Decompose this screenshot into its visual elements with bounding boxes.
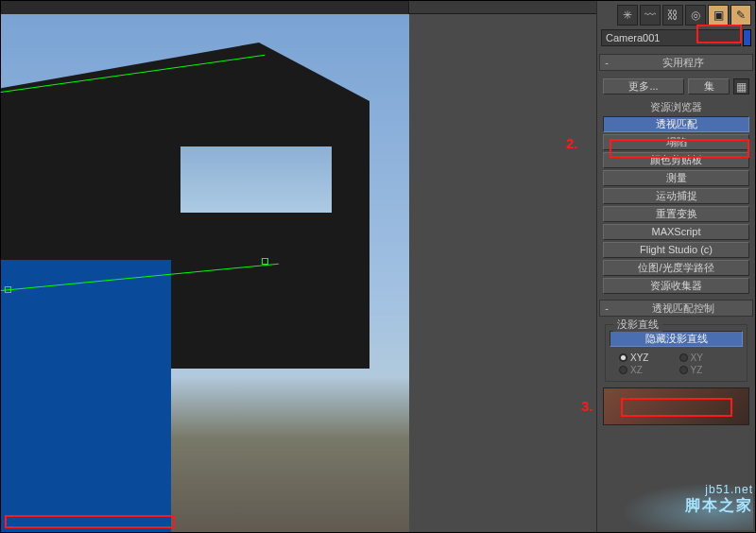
asset-browser-label: 资源浏览器	[603, 100, 749, 114]
rollout-utilities-header[interactable]: - 实用程序	[599, 54, 753, 71]
create-tab-icon[interactable]: ✳	[617, 5, 638, 26]
annotation-box-hide-lines	[621, 398, 732, 417]
hierarchy-tab-icon[interactable]: ⛓	[662, 5, 683, 26]
motion-capture-button[interactable]: 运动捕捉	[603, 188, 749, 204]
more-button[interactable]: 更多...	[603, 78, 684, 95]
display-tab-icon[interactable]: ▣	[708, 5, 729, 26]
rollout-toggle-icon: -	[600, 302, 613, 314]
rollout-utilities-title: 实用程序	[613, 56, 752, 70]
radio-dot-icon	[679, 353, 688, 362]
annotation-box-tabicons	[696, 25, 742, 43]
vanishing-handle-2[interactable]	[5, 286, 11, 293]
hide-vanishing-lines-button[interactable]: 隐藏没影直线	[610, 331, 743, 347]
motion-tab-icon[interactable]: ◎	[685, 5, 706, 26]
asset-collector-button[interactable]: 资源收集器	[603, 278, 749, 294]
radio-dot-icon	[679, 366, 688, 374]
rollout-toggle-icon: -	[600, 57, 613, 68]
command-panel: ✳ 〰 ⛓ ◎ ▣ ✎ - 实用程序 更多... 集 ▦ 资源浏览器 透视匹配 …	[596, 1, 755, 533]
annotation-box-perspective-match	[610, 139, 749, 158]
measure-button[interactable]: 测量	[603, 170, 749, 186]
modify-tab-icon[interactable]: 〰	[640, 5, 661, 26]
vanishing-handle-1[interactable]	[262, 258, 268, 265]
viewport-image	[1, 14, 409, 532]
rollout-pmcontrol-header[interactable]: - 透视匹配控制	[599, 300, 753, 317]
rollout-pmcontrol-title: 透视匹配控制	[613, 301, 752, 316]
vanishing-lines-group: 没影直线 隐藏没影直线 XYZ XY XZ YZ	[605, 324, 747, 382]
building-window	[180, 146, 332, 213]
viewport[interactable]	[1, 1, 409, 533]
config-sets-icon[interactable]: ▦	[733, 78, 749, 95]
command-panel-tabs: ✳ 〰 ⛓ ◎ ▣ ✎	[597, 1, 755, 27]
reset-xform-button[interactable]: 重置变换	[603, 206, 749, 222]
radio-xz[interactable]: XZ	[619, 365, 674, 375]
rollout-utilities-body: 更多... 集 ▦ 资源浏览器 透视匹配 塌陷 颜色剪贴板 测量 运动捕捉 重置…	[597, 73, 755, 298]
radio-yz[interactable]: YZ	[679, 365, 734, 375]
radio-dot-icon	[619, 366, 627, 374]
annotation-box-bottom	[5, 515, 175, 528]
perspective-match-button[interactable]: 透视匹配	[603, 116, 749, 132]
radio-xyz[interactable]: XYZ	[619, 352, 674, 363]
bitmap-path-button[interactable]: 位图/光度学路径	[603, 260, 749, 276]
geometry-box[interactable]	[1, 260, 171, 532]
vanishing-lines-group-label: 没影直线	[613, 318, 662, 332]
maxscript-button[interactable]: MAXScript	[603, 224, 749, 240]
object-color-swatch[interactable]	[743, 29, 751, 46]
annotation-label-2: 2.	[566, 135, 578, 151]
annotation-label-3: 3.	[581, 398, 593, 414]
utilities-tab-icon[interactable]: ✎	[730, 5, 751, 26]
radio-dot-icon	[619, 353, 627, 362]
radio-xy[interactable]: XY	[679, 352, 734, 363]
sets-button[interactable]: 集	[688, 78, 730, 95]
flight-studio-button[interactable]: Flight Studio (c)	[603, 242, 749, 258]
